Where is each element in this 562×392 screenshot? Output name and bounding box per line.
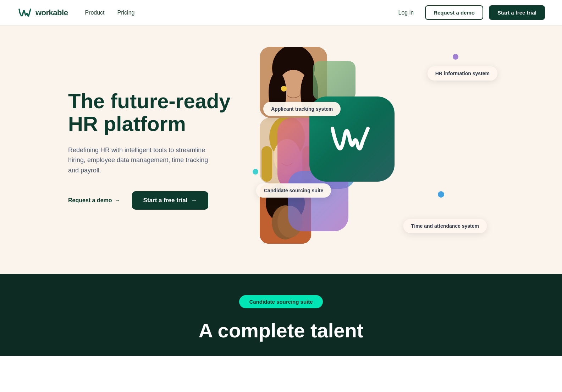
nav-links: Product Pricing — [85, 10, 134, 16]
nav-right: Log in Request a demo Start a free trial — [392, 5, 545, 20]
dot-purple — [453, 54, 458, 60]
hero-section: The future-ready HR platform Redefining … — [0, 0, 562, 274]
logo-wordmark: workable — [35, 8, 68, 17]
nav-pricing[interactable]: Pricing — [117, 10, 135, 16]
hero-subtitle: Redefining HR with intelligent tools to … — [68, 145, 217, 176]
dark-title: A complete talent — [157, 320, 405, 356]
start-trial-button-hero[interactable]: Start a free trial → — [132, 191, 209, 210]
pill-candidate: Candidate sourcing suite — [256, 183, 331, 198]
dot-yellow — [281, 86, 287, 92]
pill-hr-info: HR information system — [428, 66, 497, 81]
hero-title-line2: HR platform — [68, 112, 186, 135]
hero-copy: The future-ready HR platform Redefining … — [68, 90, 246, 210]
start-trial-button-nav[interactable]: Start a free trial — [489, 5, 545, 20]
trial-label: Start a free trial — [143, 197, 188, 204]
hero-title-line1: The future-ready — [68, 89, 231, 112]
svg-rect-8 — [261, 146, 272, 182]
hero-actions: Request a demo → Start a free trial → — [68, 191, 246, 210]
pill-time: Time and attendance system — [403, 219, 487, 233]
hero-inner: The future-ready HR platform Redefining … — [33, 26, 529, 274]
nav-product[interactable]: Product — [85, 10, 104, 16]
color-blob-green — [313, 61, 356, 100]
arrow-icon-trial: → — [191, 197, 197, 204]
request-demo-button-hero[interactable]: Request a demo → — [68, 197, 121, 204]
hero-illustration: HR information system Applicant tracking… — [260, 47, 501, 253]
dark-section: Candidate sourcing suite A complete tale… — [0, 274, 562, 356]
nav-left: workable Product Pricing — [17, 8, 134, 18]
request-demo-button-nav[interactable]: Request a demo — [425, 5, 483, 20]
hero-title: The future-ready HR platform — [68, 90, 246, 135]
logo[interactable]: workable — [17, 8, 68, 18]
request-demo-label: Request a demo — [68, 197, 112, 204]
dark-badge[interactable]: Candidate sourcing suite — [239, 295, 323, 308]
pill-ats: Applicant tracking system — [263, 102, 341, 116]
dot-cyan — [253, 169, 258, 175]
navbar: workable Product Pricing Log in Request … — [0, 0, 562, 26]
arrow-icon: → — [115, 197, 121, 204]
dot-blue — [438, 191, 444, 198]
login-button[interactable]: Log in — [392, 7, 419, 19]
